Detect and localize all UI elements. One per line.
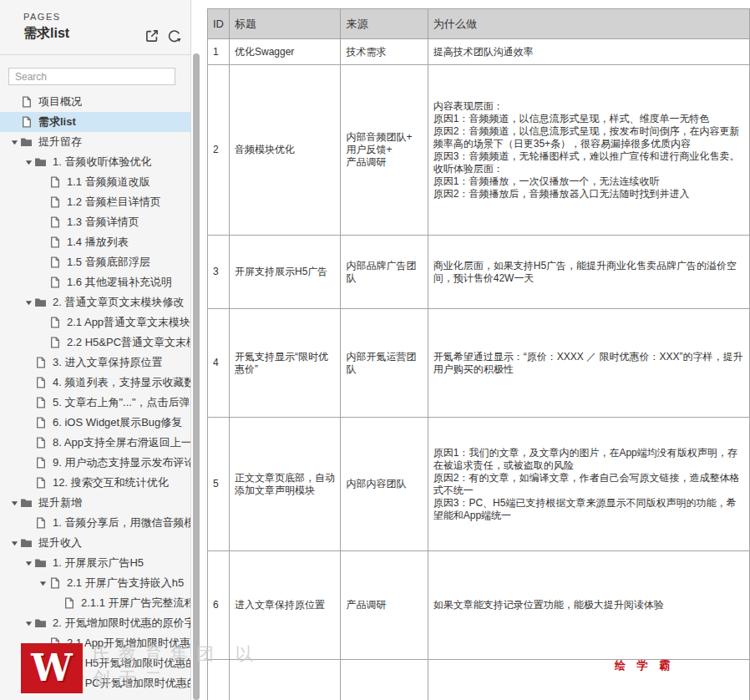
tree-item-label: 提升留存 <box>38 134 82 150</box>
sidebar-scrollbar-thumb[interactable] <box>193 53 200 700</box>
cell-source: 内部内容团队 <box>341 418 428 551</box>
tree-item[interactable]: 2. 开氪增加限时优惠的原价字样 <box>0 613 190 633</box>
expand-arrow-icon[interactable] <box>23 159 34 166</box>
cell-id: 4 <box>208 309 230 418</box>
cell-title: 开氪支持显示“限时优惠价” <box>230 309 341 418</box>
tree-item[interactable]: 8. App支持全屏右滑返回上一级 <box>0 433 190 453</box>
document-icon <box>34 517 47 529</box>
tree-item[interactable]: 项目概况 <box>0 92 190 112</box>
cell-title: 优化Swagger <box>230 39 341 65</box>
tree-item[interactable]: 1.2 音频栏目详情页 <box>0 192 190 212</box>
tree-item[interactable]: 1. 音频收听体验优化 <box>0 152 190 172</box>
expand-arrow-icon[interactable] <box>37 580 48 587</box>
document-icon <box>20 96 33 108</box>
table-row: 5正文文章页底部，自动添加文章声明模块内部内容团队原因1：我们的文章，及文章内的… <box>208 418 750 551</box>
table-row: 4开氪支持显示“限时优惠价”内部开氪运营团队开氪希望通过显示：“原价：XXXX … <box>208 309 750 418</box>
page-title: 需求list <box>23 25 69 43</box>
sidebar-header: PAGES 需求list <box>0 0 190 55</box>
folder-icon <box>34 558 47 568</box>
tree-item-label: 6. iOS Widget展示Bug修复 <box>53 415 182 430</box>
tree-item-label: 提升新增 <box>38 495 82 510</box>
expand-arrow-icon[interactable] <box>8 540 20 547</box>
expand-arrow-icon[interactable] <box>23 560 34 567</box>
table-row: 1优化Swagger技术需求提高技术团队沟通效率 <box>208 39 750 65</box>
tree-item-label: 需求list <box>38 114 76 129</box>
tree-item[interactable]: 9. 用户动态支持显示发布评论的 <box>0 453 190 473</box>
tree-item[interactable]: 1.6 其他逻辑补充说明 <box>0 272 190 292</box>
tree-item-label: 2. 开氪增加限时优惠的原价字样 <box>53 616 190 631</box>
document-icon <box>34 437 47 449</box>
cell-source: 内部品牌广告团队 <box>341 236 428 309</box>
document-icon <box>34 397 47 408</box>
tree-item[interactable]: 3. 进入文章保持原位置 <box>0 353 190 373</box>
tree-item[interactable]: 1.4 播放列表 <box>0 232 190 252</box>
sidebar: PAGES 需求list 项目概况需求list提升留存1. 音频收听体验优化1.… <box>0 0 191 700</box>
search-input[interactable] <box>8 68 175 85</box>
tree-item[interactable]: 1.3 音频详情页 <box>0 212 190 232</box>
table-row: 6进入文章保持原位置产品调研如果文章能支持记录位置功能，能极大提升阅读体验 <box>208 551 750 660</box>
tree-item-label: 5. 文章右上角"..."，点击后弹窗 <box>53 395 190 410</box>
tree-item[interactable]: 1.5 音频底部浮层 <box>0 252 190 272</box>
tree-item-label: 提升收入 <box>38 535 82 550</box>
cell-id <box>208 660 230 700</box>
tree-item[interactable]: 6. iOS Widget展示Bug修复 <box>0 413 190 433</box>
tree-item[interactable]: 2.1 App普通文章文末模块修改 <box>0 312 190 332</box>
tree-item[interactable]: 1. 音频分享后，用微信音频模板 <box>0 513 190 533</box>
tree-item-label: 2.1 App开氪增加限时优惠的 <box>67 636 190 651</box>
sync-icon[interactable] <box>167 28 182 43</box>
tree-item-label: 2.3 PC开氪增加限时优惠的 <box>67 676 190 691</box>
expand-arrow-icon[interactable] <box>23 299 34 307</box>
tree-item[interactable]: 4. 频道列表，支持显示收藏数量 <box>0 373 190 393</box>
tree-item[interactable]: 2.1.1 开屏广告完整流程 <box>0 593 190 613</box>
brand-logo: W <box>21 643 83 693</box>
tree-item-label: 4. 频道列表，支持显示收藏数量 <box>53 375 190 390</box>
cell-why: 如果文章能支持记录位置功能，能极大提升阅读体验 <box>428 551 749 660</box>
page-tree: 项目概况需求list提升留存1. 音频收听体验优化1.1 音频频道改版1.2 音… <box>0 85 190 693</box>
tree-item[interactable]: 5. 文章右上角"..."，点击后弹窗 <box>0 393 190 413</box>
tree-item[interactable]: 2.2 H5&PC普通文章文末模块 <box>0 332 190 353</box>
cell-source <box>341 660 428 700</box>
tree-item[interactable]: 1. 开屏展示广告H5 <box>0 553 190 573</box>
tree-item-label: 2.2 H5开氪增加限时优惠的 <box>67 656 190 671</box>
tree-item-label: 1.5 音频底部浮层 <box>67 255 150 270</box>
document-icon <box>48 317 61 328</box>
document-icon <box>48 176 61 188</box>
tree-item[interactable]: 提升新增 <box>0 493 190 513</box>
document-icon <box>34 377 47 388</box>
cell-source: 技术需求 <box>341 39 428 65</box>
document-icon <box>20 116 33 128</box>
cell-why: 开氪希望通过显示：“原价：XXXX ／ 限时优惠价：XXX”的字样，提升用户购买… <box>428 309 749 418</box>
tree-item[interactable]: 需求list <box>0 112 190 132</box>
cell-why: 商业化层面，如果支持H5广告，能提升商业化售卖品牌广告的溢价空间，预计售价42W… <box>428 236 749 309</box>
cell-why: 内容表现层面： 原因1：音频频道，以信息流形式呈现，样式、维度单一无特色 原因2… <box>428 65 749 236</box>
tree-item-label: 1.4 播放列表 <box>67 235 129 250</box>
folder-icon <box>34 157 47 167</box>
tree-item[interactable]: 1.1 音频频道改版 <box>0 172 190 192</box>
tree-item[interactable]: 提升留存 <box>0 132 190 152</box>
tree-item-label: 2.1 App普通文章文末模块修改 <box>67 315 190 330</box>
cell-id: 6 <box>208 551 230 660</box>
expand-arrow-icon[interactable] <box>8 139 20 146</box>
export-icon[interactable] <box>144 28 160 43</box>
document-icon <box>48 236 61 248</box>
cell-id: 1 <box>208 39 230 65</box>
tree-item[interactable]: 2.1 开屏广告支持嵌入h5 <box>0 573 190 593</box>
tree-item-label: 1. 音频收听体验优化 <box>53 155 151 170</box>
table-row: 3开屏支持展示H5广告内部品牌广告团队商业化层面，如果支持H5广告，能提升商业化… <box>208 236 750 309</box>
tree-item[interactable]: 2. 普通文章页文末模块修改 <box>0 292 190 312</box>
tree-item-label: 项目概况 <box>38 94 82 109</box>
cell-id: 3 <box>208 236 230 309</box>
tree-item[interactable]: 提升收入 <box>0 533 190 553</box>
document-icon <box>48 256 61 268</box>
cell-source: 内部开氪运营团队 <box>341 309 428 418</box>
column-header: 为什么做 <box>428 9 749 39</box>
document-icon <box>48 577 61 589</box>
expand-arrow-icon[interactable] <box>23 620 34 627</box>
tree-item-label: 2. 普通文章页文末模块修改 <box>53 295 184 310</box>
expand-arrow-icon[interactable] <box>8 500 20 507</box>
tree-item-label: 2.1 开屏广告支持嵌入h5 <box>67 576 184 591</box>
cell-title: 正文文章页底部，自动添加文章声明模块 <box>230 418 341 551</box>
tree-item[interactable]: 12. 搜索交互和统计优化 <box>0 473 190 493</box>
tree-item-label: 9. 用户动态支持显示发布评论的 <box>53 455 190 470</box>
document-icon <box>48 196 61 208</box>
